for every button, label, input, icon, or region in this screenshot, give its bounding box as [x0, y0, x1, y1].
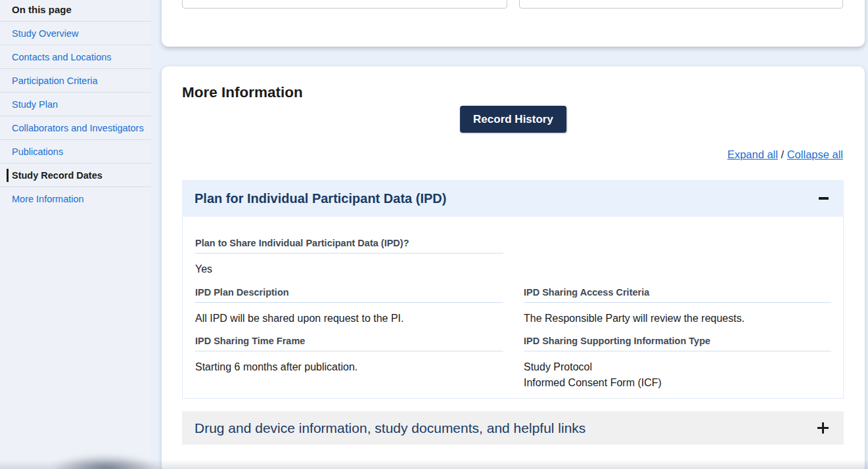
sidebar-item-label: Collaborators and Investigators — [12, 123, 144, 133]
field-ipd-sharing-supporting-information-type: IPD Sharing Supporting Information Type … — [524, 336, 831, 391]
field-value: Yes — [195, 261, 503, 277]
field-label: Plan to Share Individual Participant Dat… — [195, 238, 503, 254]
expand-collapse-controls: Expand all / Collapse all — [727, 148, 843, 161]
sidebar-item-participation-criteria[interactable]: Participation Criteria — [0, 68, 151, 92]
expand-all-link[interactable]: Expand all — [727, 148, 778, 160]
expand-collapse-separator: / — [778, 148, 787, 160]
field-value-line: Informed Consent Form (ICF) — [524, 375, 831, 391]
field-label: IPD Sharing Supporting Information Type — [524, 336, 831, 351]
sidebar-item-label: Study Record Dates — [12, 170, 103, 181]
field-label: IPD Sharing Time Frame — [195, 336, 503, 351]
sidebar-item-collaborators-and-investigators[interactable]: Collaborators and Investigators — [0, 116, 151, 139]
study-record-dates-card: 2023-05-24 2023-09 — [162, 0, 865, 47]
field-label: IPD Sharing Access Criteria — [524, 287, 831, 303]
field-value: The Responsible Party will review the re… — [524, 311, 831, 326]
date-field-estimated[interactable]: 2023-09 — [519, 0, 843, 9]
on-this-page-sidebar: On this page Study Overview Contacts and… — [0, 0, 151, 469]
field-value: All IPD will be shared upon request to t… — [195, 311, 503, 326]
record-history-button[interactable]: Record History — [460, 106, 566, 133]
sidebar-item-label: Study Overview — [12, 28, 79, 39]
sidebar-item-contacts-and-locations[interactable]: Contacts and Locations — [0, 45, 151, 68]
field-plan-to-share-ipd: Plan to Share Individual Participant Dat… — [195, 238, 503, 277]
field-ipd-sharing-access-criteria: IPD Sharing Access Criteria The Responsi… — [524, 287, 831, 326]
minus-icon[interactable] — [819, 197, 829, 200]
sidebar-title: On this page — [0, 0, 151, 21]
sidebar-item-label: More Information — [12, 194, 84, 204]
sidebar-list: Study Overview Contacts and Locations Pa… — [0, 21, 151, 210]
accordion-header-drug-device-info[interactable]: Drug and device information, study docum… — [182, 411, 844, 445]
accordion-title: Drug and device information, study docum… — [194, 420, 585, 436]
field-value: Starting 6 months after publication. — [195, 359, 503, 375]
collapse-all-link[interactable]: Collapse all — [787, 148, 843, 160]
accordion-title: Plan for Individual Participant Data (IP… — [194, 191, 446, 206]
accordion-header-ipd-plan[interactable]: Plan for Individual Participant Data (IP… — [182, 180, 844, 217]
field-value-line: Study Protocol — [524, 359, 831, 375]
accordion-body-ipd-plan: Plan to Share Individual Participant Dat… — [182, 217, 844, 399]
sidebar-item-label: Study Plan — [12, 99, 58, 110]
plus-icon[interactable] — [817, 422, 829, 434]
field-label: IPD Plan Description — [195, 287, 503, 303]
sidebar-item-label: Participation Criteria — [12, 76, 98, 86]
sidebar-item-study-record-dates[interactable]: Study Record Dates — [0, 163, 151, 187]
more-information-card: More Information Record History Expand a… — [162, 66, 865, 469]
active-item-indicator-bar — [7, 169, 9, 182]
sidebar-item-more-information[interactable]: More Information — [0, 187, 151, 210]
sidebar-item-study-overview[interactable]: Study Overview — [0, 21, 151, 45]
sidebar-item-label: Contacts and Locations — [12, 52, 112, 62]
field-ipd-sharing-time-frame: IPD Sharing Time Frame Starting 6 months… — [195, 336, 503, 375]
sidebar-item-study-plan[interactable]: Study Plan — [0, 92, 151, 116]
section-title: More Information — [182, 84, 303, 101]
sidebar-item-label: Publications — [12, 146, 63, 157]
date-field-actual[interactable]: 2023-05-24 — [182, 0, 507, 9]
field-ipd-plan-description: IPD Plan Description All IPD will be sha… — [195, 287, 503, 326]
sidebar-item-publications[interactable]: Publications — [0, 139, 151, 163]
